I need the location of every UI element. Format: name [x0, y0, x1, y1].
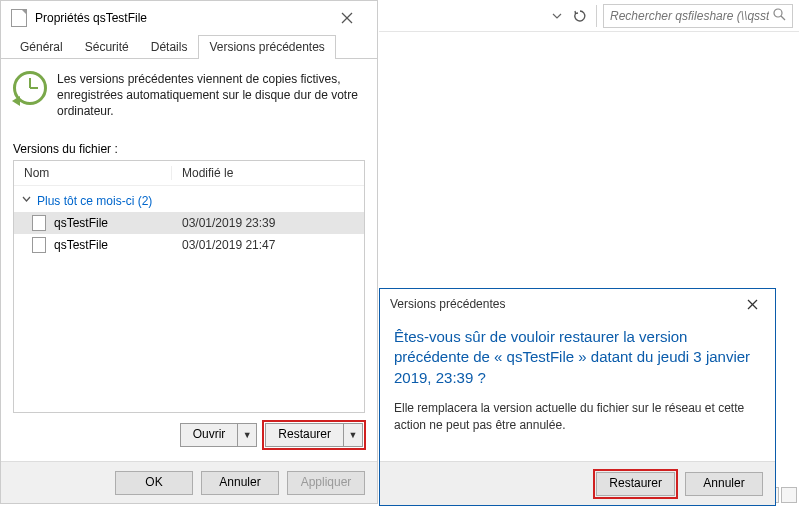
list-item[interactable]: qsTestFile 03/01/2019 23:39 — [14, 212, 364, 234]
dialog-button-row: OK Annuler Appliquer — [1, 461, 377, 503]
confirm-button-row: Restaurer Annuler — [380, 461, 775, 505]
apply-button: Appliquer — [287, 471, 365, 495]
open-label: Ouvrir — [181, 424, 239, 446]
close-button[interactable] — [739, 292, 765, 316]
divider — [596, 5, 597, 27]
file-icon — [32, 215, 46, 231]
group-label: Plus tôt ce mois-ci (2) — [37, 194, 152, 208]
addressbar-dropdown-icon[interactable] — [550, 5, 564, 27]
list-header: Nom Modifié le — [14, 161, 364, 186]
file-date: 03/01/2019 23:39 — [182, 216, 275, 230]
file-name: qsTestFile — [54, 216, 182, 230]
confirm-titlebar: Versions précédentes — [380, 289, 775, 319]
file-icon — [32, 237, 46, 253]
titlebar: Propriétés qsTestFile — [1, 1, 377, 35]
file-name: qsTestFile — [54, 238, 182, 252]
explorer-toolbar — [379, 0, 799, 32]
versions-label: Versions du fichier : — [13, 142, 365, 156]
properties-dialog: Propriétés qsTestFile Général Sécurité D… — [0, 0, 378, 504]
list-item[interactable]: qsTestFile 03/01/2019 21:47 — [14, 234, 364, 256]
svg-point-0 — [774, 9, 782, 17]
search-field[interactable] — [603, 4, 793, 28]
view-large-icon[interactable] — [781, 487, 797, 503]
description-text: Les versions précédentes viennent de cop… — [57, 71, 365, 120]
restore-button[interactable]: Restaurer ▼ — [265, 423, 363, 447]
tab-previous-versions[interactable]: Versions précédentes — [198, 35, 335, 58]
restore-clock-icon — [13, 71, 47, 105]
dropdown-arrow-icon[interactable]: ▼ — [344, 424, 362, 446]
confirm-cancel-button[interactable]: Annuler — [685, 472, 763, 496]
tab-general[interactable]: Général — [9, 35, 74, 58]
window-title: Propriétés qsTestFile — [35, 11, 147, 25]
group-header[interactable]: Plus tôt ce mois-ci (2) — [14, 190, 364, 212]
list-body: Plus tôt ce mois-ci (2) qsTestFile 03/01… — [14, 186, 364, 412]
chevron-down-icon — [22, 195, 31, 206]
column-modified-label: Modifié le — [182, 166, 233, 180]
tab-bar: Général Sécurité Détails Versions précéd… — [1, 35, 377, 59]
confirm-dialog: Versions précédentes Êtes-vous sûr de vo… — [379, 288, 776, 506]
versions-list: Nom Modifié le Plus tôt ce mois-ci (2) q… — [13, 160, 365, 413]
refresh-icon[interactable] — [570, 6, 590, 26]
restore-label: Restaurer — [266, 424, 344, 446]
ok-button[interactable]: OK — [115, 471, 193, 495]
search-icon — [773, 8, 786, 24]
confirm-title-text: Versions précédentes — [390, 297, 505, 311]
tab-security[interactable]: Sécurité — [74, 35, 140, 58]
column-modified[interactable]: Modifié le — [172, 166, 249, 180]
confirm-text: Elle remplacera la version actuelle du f… — [394, 400, 761, 434]
dropdown-arrow-icon[interactable]: ▼ — [238, 424, 256, 446]
tab-details[interactable]: Détails — [140, 35, 199, 58]
open-button[interactable]: Ouvrir ▼ — [180, 423, 258, 447]
column-name[interactable]: Nom — [14, 166, 172, 180]
file-icon — [11, 9, 27, 27]
close-button[interactable] — [327, 4, 367, 32]
tab-content: Les versions précédentes viennent de cop… — [1, 59, 377, 461]
confirm-restore-button[interactable]: Restaurer — [596, 472, 675, 496]
action-row: Ouvrir ▼ Restaurer ▼ — [13, 413, 365, 453]
confirm-body: Êtes-vous sûr de vouloir restaurer la ve… — [380, 319, 775, 461]
file-date: 03/01/2019 21:47 — [182, 238, 275, 252]
search-input[interactable] — [610, 9, 769, 23]
cancel-button[interactable]: Annuler — [201, 471, 279, 495]
svg-line-1 — [781, 16, 785, 20]
confirm-heading: Êtes-vous sûr de vouloir restaurer la ve… — [394, 327, 761, 388]
